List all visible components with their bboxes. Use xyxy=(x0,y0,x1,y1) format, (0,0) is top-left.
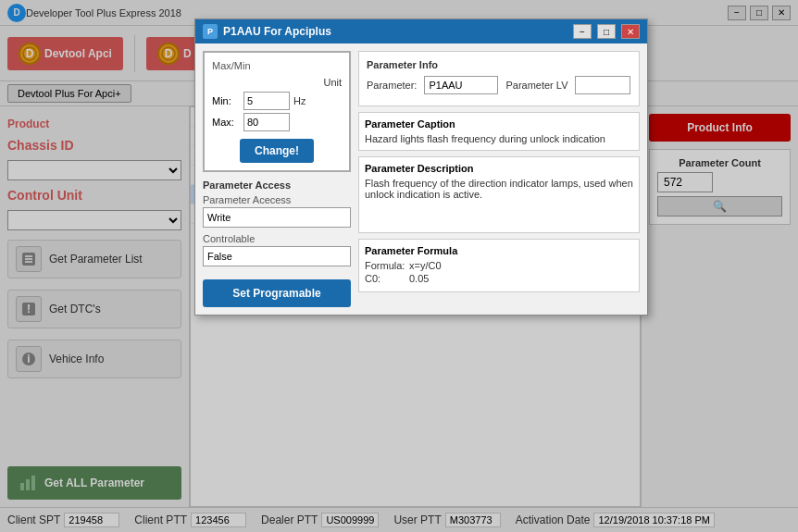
access-label: Parameter Acecess xyxy=(203,194,351,205)
param-description-box: Parameter Description xyxy=(358,156,640,233)
min-label: Min: xyxy=(212,95,240,106)
param-caption-box: Parameter Caption Hazard lights flash fr… xyxy=(358,112,640,151)
c0-row: C0: 0.05 xyxy=(365,273,633,284)
lv-label: Parameter LV xyxy=(505,80,567,91)
formula-label: Formula: xyxy=(365,260,402,271)
modal-window: P P1AAU For Apciplus − □ ✕ Max/Min Unit xyxy=(194,19,648,315)
max-input[interactable] xyxy=(243,113,290,131)
formula-row: Formula: x=y/C0 xyxy=(365,260,633,271)
lv-value-input[interactable] xyxy=(575,76,630,94)
modal-titlebar: P P1AAU For Apciplus − □ ✕ xyxy=(195,19,647,43)
formula-value: x=y/C0 xyxy=(409,260,442,271)
min-unit: Hz xyxy=(293,95,305,106)
max-row: Max: xyxy=(212,113,342,131)
set-programable-btn[interactable]: Set Programable xyxy=(203,279,351,307)
maxmin-box: Max/Min Unit Min: Hz Max: xyxy=(203,51,351,172)
param-label: Parameter: xyxy=(367,80,417,91)
unit-label: Unit xyxy=(323,77,342,88)
param-access-section: Parameter Access Parameter Acecess Contr… xyxy=(203,179,351,307)
modal-left-panel: Max/Min Unit Min: Hz Max: xyxy=(203,51,351,307)
control-input[interactable] xyxy=(203,246,351,266)
min-row: Min: Hz xyxy=(212,92,342,110)
modal-maximize-btn[interactable]: □ xyxy=(597,24,616,39)
control-label: Controlable xyxy=(203,233,351,244)
app-window: D Developer Tool Plus Express 2018 − □ ✕… xyxy=(0,0,798,532)
modal-icon: P xyxy=(203,24,218,39)
modal-right-panel: Parameter Info Parameter: Parameter LV P… xyxy=(358,51,640,307)
param-info-section: Parameter Info Parameter: Parameter LV xyxy=(358,51,640,106)
desc-title: Parameter Description xyxy=(365,163,633,174)
caption-text: Hazard lights flash frequency during unl… xyxy=(365,133,633,144)
min-input[interactable] xyxy=(243,92,290,110)
c0-value: 0.05 xyxy=(409,273,429,284)
param-formula-section: Parameter Formula Formula: x=y/C0 C0: 0.… xyxy=(358,239,640,292)
modal-body: Max/Min Unit Min: Hz Max: xyxy=(195,43,647,315)
desc-textarea[interactable] xyxy=(365,178,633,224)
max-label: Max: xyxy=(212,117,240,128)
modal-title: P1AAU For Apciplus xyxy=(223,25,567,38)
maxmin-title: Max/Min xyxy=(212,60,342,71)
access-section-title: Parameter Access xyxy=(203,179,351,191)
param-value-input[interactable] xyxy=(424,76,498,94)
access-input[interactable] xyxy=(203,207,351,228)
modal-overlay: P P1AAU For Apciplus − □ ✕ Max/Min Unit xyxy=(0,0,798,532)
param-info-row: Parameter: Parameter LV xyxy=(367,76,631,94)
change-btn[interactable]: Change! xyxy=(240,139,314,163)
modal-minimize-btn[interactable]: − xyxy=(573,24,592,39)
modal-close-btn[interactable]: ✕ xyxy=(621,24,640,39)
caption-title: Parameter Caption xyxy=(365,118,633,130)
formula-title: Parameter Formula xyxy=(365,245,633,256)
c0-label: C0: xyxy=(365,273,402,284)
param-info-title: Parameter Info xyxy=(367,59,631,70)
